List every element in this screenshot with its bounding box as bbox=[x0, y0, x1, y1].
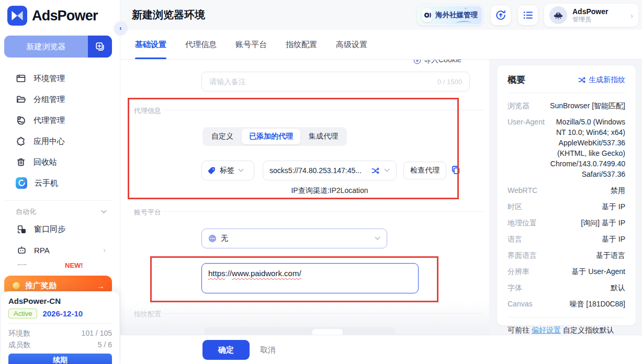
sidebar-item-label: 分组管理 bbox=[33, 95, 65, 105]
chevron-down-icon bbox=[375, 236, 380, 241]
plan-card: AdsPower-CN Active 2026-12-10 环境数 101 / … bbox=[1, 291, 119, 364]
cancel-button[interactable]: 取消 bbox=[260, 340, 276, 360]
copy-icon[interactable] bbox=[450, 165, 461, 175]
header-bar: 新建浏览器环境 海外社媒管理 ✦ bbox=[120, 0, 642, 30]
sidebar-collapse-button[interactable]: ‹ bbox=[115, 22, 127, 34]
sidebar-item-rpa[interactable]: RPA › bbox=[0, 240, 120, 260]
referral-rewards-label: 推广奖励 bbox=[25, 281, 93, 291]
proxy-select-value: socks5://74.80.253.147:45... bbox=[269, 166, 367, 175]
social-media-manage-button[interactable]: 海外社媒管理 ✦ bbox=[418, 5, 482, 25]
shuffle-icon[interactable] bbox=[371, 166, 380, 175]
env-count-label: 环境数 bbox=[8, 327, 30, 339]
confirm-button[interactable]: 确定 bbox=[202, 340, 250, 360]
task-list-button[interactable] bbox=[518, 5, 538, 25]
adspower-app: 新建浏览器环境 海外社媒管理 ✦ bbox=[0, 0, 642, 364]
proxy-option-integrated[interactable]: 集成代理 bbox=[301, 129, 345, 144]
cloud-phone-icon bbox=[16, 177, 27, 189]
new-browser-button[interactable]: 新建浏览器 bbox=[4, 36, 112, 58]
shuffle-icon bbox=[578, 76, 586, 84]
tab-advanced-settings[interactable]: 高级设置 bbox=[336, 30, 367, 59]
sidebar-item-label: 云手机 bbox=[35, 178, 58, 188]
avatar bbox=[549, 6, 567, 24]
sidebar-divider bbox=[4, 200, 112, 201]
annotation-rect-proxy bbox=[128, 98, 459, 199]
chevron-down-icon bbox=[384, 168, 390, 173]
sidebar-item-label: 应用中心 bbox=[33, 136, 65, 146]
sidebar-item-groups[interactable]: 分组管理 bbox=[0, 89, 120, 110]
plan-name: AdsPower-CN bbox=[8, 297, 112, 305]
tab-proxy-info[interactable]: 代理信息 bbox=[185, 30, 217, 59]
list-icon bbox=[522, 9, 534, 21]
member-count-label: 成员数 bbox=[8, 339, 30, 350]
window-sync-icon bbox=[17, 224, 27, 234]
tab-basic-settings[interactable]: 基础设置 bbox=[135, 30, 166, 59]
note-input[interactable] bbox=[209, 77, 433, 86]
import-cookie-clipped: 导入Cookie bbox=[413, 60, 481, 66]
platform-value: 无 bbox=[221, 234, 370, 243]
sidebar-item-label: 窗口同步 bbox=[34, 224, 65, 234]
swash-icon bbox=[455, 20, 472, 24]
tab-bar: 基础设置 代理信息 账号平台 指纹配置 高级设置 bbox=[120, 30, 642, 60]
social-media-logo-icon bbox=[422, 8, 432, 22]
sidebar-item-environments[interactable]: 环境管理 bbox=[0, 68, 120, 89]
new-browser-label: 新建浏览器 bbox=[4, 36, 88, 58]
note-field[interactable]: 0 / 1500 bbox=[201, 72, 470, 92]
summary-divider bbox=[508, 93, 625, 93]
tag-filter-dropdown[interactable]: 标签 bbox=[201, 161, 254, 180]
summary-footer-note: 可前往 偏好设置 自定义指纹默认值。 bbox=[508, 325, 625, 335]
summary-row-browser: 浏览器 SunBrowser [智能匹配] bbox=[508, 100, 625, 111]
summary-row-webrtc: WebRTC 禁用 bbox=[508, 185, 625, 196]
tab-page-textarea[interactable]: https://www.paidwork.com/ bbox=[201, 263, 419, 293]
social-media-badge-label: 海外社媒管理 bbox=[435, 10, 478, 20]
check-proxy-button[interactable]: 检查代理 bbox=[403, 162, 446, 179]
sidebar-item-apps[interactable]: 应用中心 bbox=[0, 131, 120, 152]
sidebar-item-trash[interactable]: 回收站 bbox=[0, 152, 120, 173]
page-title: 新建浏览器环境 bbox=[132, 0, 205, 30]
chevron-right-icon: › bbox=[630, 11, 633, 20]
summary-row-user-agent: User-Agent Mozilla/5.0 (Windows NT 10.0;… bbox=[508, 117, 625, 179]
preferences-link[interactable]: 偏好设置 bbox=[532, 326, 561, 334]
globe-pin-icon bbox=[16, 115, 26, 126]
platform-dropdown[interactable]: 无 bbox=[201, 229, 387, 248]
env-count-value: 101 / 105 bbox=[82, 327, 112, 339]
refresh-icon bbox=[495, 9, 506, 21]
ufo-avatar-icon bbox=[552, 9, 565, 21]
proxy-option-custom[interactable]: 自定义 bbox=[204, 129, 241, 144]
url-host: www.paidwork.com/ bbox=[232, 269, 301, 278]
summary-divider bbox=[508, 317, 625, 317]
tab-fingerprint-config[interactable]: 指纹配置 bbox=[286, 30, 317, 59]
chevron-down-icon[interactable] bbox=[101, 210, 107, 214]
platform-section-line bbox=[163, 211, 484, 212]
sync-button[interactable] bbox=[491, 5, 511, 25]
robot-icon bbox=[17, 245, 27, 255]
url-separator: :// bbox=[226, 269, 232, 278]
clipped-segmented-control bbox=[204, 327, 396, 335]
fingerprint-section-line bbox=[163, 313, 484, 314]
summary-row-timezone: 时区 基于 IP bbox=[508, 201, 625, 212]
generate-fingerprint-link[interactable]: 生成新指纹 bbox=[578, 75, 625, 85]
renew-button[interactable]: 续期 bbox=[8, 354, 112, 364]
import-cookie-button[interactable]: 导入Cookie bbox=[413, 60, 461, 65]
tab-account-platform[interactable]: 账号平台 bbox=[235, 30, 267, 59]
active-tab-underline bbox=[135, 58, 166, 60]
account-menu[interactable]: AdsPower 管理员 › bbox=[544, 4, 638, 27]
sidebar-item-label: RPA bbox=[34, 246, 50, 255]
proxy-select-dropdown[interactable]: socks5://74.80.253.147:45... bbox=[263, 161, 397, 180]
brand-name: AdsPower bbox=[32, 8, 98, 24]
brand-logo: AdsPower bbox=[7, 6, 98, 26]
proxy-option-added[interactable]: 已添加的代理 bbox=[242, 129, 300, 144]
sidebar-item-label: 代理管理 bbox=[33, 116, 65, 126]
clipped-menu-icon bbox=[18, 264, 26, 267]
proxy-section-line bbox=[163, 110, 484, 110]
sidebar-item-window-sync[interactable]: 窗口同步 bbox=[0, 219, 120, 240]
sidebar-item-cloud-phone[interactable]: 云手机 bbox=[0, 173, 120, 194]
puzzle-icon bbox=[16, 136, 26, 146]
new-badge: NEW! bbox=[65, 261, 83, 269]
trash-icon bbox=[16, 157, 26, 167]
summary-title: 概要 bbox=[508, 74, 525, 86]
tag-filter-value: 标签 bbox=[220, 166, 234, 175]
platform-section-title: 账号平台 bbox=[134, 208, 161, 217]
sidebar-item-proxies[interactable]: 代理管理 bbox=[0, 110, 120, 131]
proxy-type-segmented-control: 自定义 已添加的代理 集成代理 bbox=[202, 127, 347, 146]
arrow-right-icon: → bbox=[97, 281, 105, 290]
